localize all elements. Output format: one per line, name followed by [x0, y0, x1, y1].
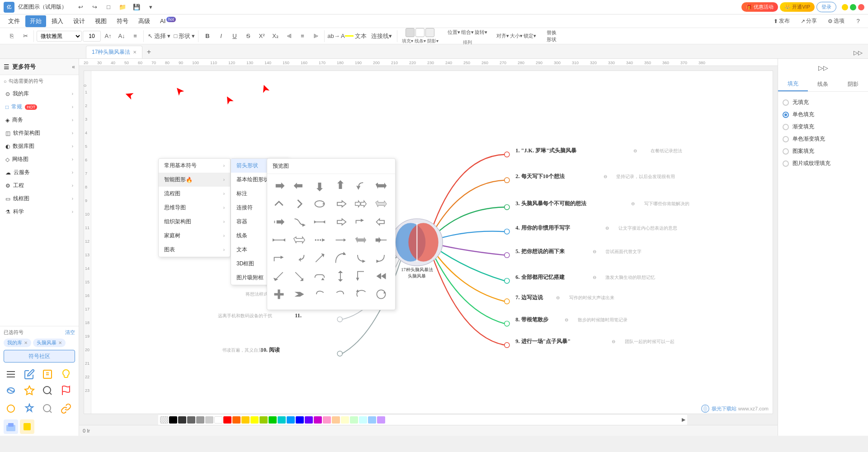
align-center-btn[interactable]: ≡	[296, 30, 309, 42]
arrow-corner[interactable]	[353, 268, 369, 284]
category-wireframe[interactable]: ▭ 线框图 ›	[0, 192, 79, 205]
color-white[interactable]	[214, 416, 222, 424]
shadow-btn[interactable]	[425, 28, 434, 37]
submenu-basic[interactable]: 常用基本符号 ›	[159, 159, 230, 173]
menu-symbol[interactable]: 符号	[112, 15, 133, 27]
bold-btn[interactable]: B	[201, 30, 214, 42]
text-btn[interactable]: 文本	[354, 30, 367, 42]
color-dark-blue[interactable]	[296, 416, 304, 424]
submenu-org[interactable]: 组织架构图 ›	[159, 215, 230, 229]
color-teal[interactable]	[278, 416, 286, 424]
fill-option-single-gradient[interactable]: 单色渐变填充	[783, 133, 863, 145]
clear-selected-btn[interactable]: 清空	[65, 329, 75, 336]
color-magenta[interactable]	[314, 416, 322, 424]
icon-bulb[interactable]	[59, 367, 73, 381]
arrow-s-curve[interactable]	[291, 214, 307, 230]
menu-file[interactable]: 文件	[4, 15, 24, 27]
arrow-bidirect[interactable]	[311, 214, 328, 230]
fill-color-btn[interactable]	[406, 28, 415, 37]
arrow-curve[interactable]	[332, 250, 349, 266]
underline-btn[interactable]: U	[228, 30, 241, 42]
superscript-btn[interactable]: X²	[255, 30, 268, 42]
arrow-left[interactable]	[291, 178, 307, 194]
category-network[interactable]: ◇ 网络图 ›	[0, 153, 79, 166]
color-yellow[interactable]	[250, 416, 259, 424]
align-right-btn[interactable]: ⫸	[310, 30, 322, 42]
rp-tab-fill[interactable]: 填充	[778, 77, 808, 91]
arrow-right[interactable]	[271, 178, 287, 194]
arrow-rewind[interactable]	[373, 268, 389, 284]
arrow-bar-right[interactable]	[271, 214, 287, 230]
arrow-right-outline[interactable]	[332, 214, 349, 230]
color-none[interactable]	[160, 416, 168, 424]
add-tab-btn[interactable]: +	[142, 46, 155, 58]
color-light-cyan[interactable]	[359, 416, 367, 424]
arrow-notch[interactable]	[291, 286, 307, 302]
paste-btn[interactable]: ⎘	[5, 30, 18, 42]
text-color-btn[interactable]: A	[341, 30, 354, 42]
submenu-flow[interactable]: 流程图 ›	[159, 187, 230, 201]
icon-circle[interactable]	[4, 401, 18, 416]
help-button[interactable]: ?	[852, 15, 864, 27]
text-dir-btn[interactable]: ab→	[327, 30, 340, 42]
menu-design[interactable]: 设计	[69, 15, 90, 27]
arrow-oval[interactable]	[311, 196, 328, 212]
panel-toggle-btn[interactable]: ▷▷	[852, 47, 864, 58]
arrow-outline[interactable]	[332, 196, 349, 212]
arrow-back[interactable]	[291, 250, 307, 266]
arrow-long[interactable]	[332, 232, 349, 248]
fill-option-gradient[interactable]: 渐变填充	[783, 121, 863, 133]
category-science[interactable]: ⚗ 科学 ›	[0, 205, 79, 218]
settings-button[interactable]: ⚙选项	[824, 15, 848, 27]
arrow-l-right[interactable]	[271, 250, 287, 266]
login-button[interactable]: 登录	[816, 2, 836, 12]
menu-ai[interactable]: AIhot	[156, 15, 180, 26]
open-button[interactable]: 📁	[116, 1, 129, 13]
arrow-expand[interactable]	[311, 268, 328, 284]
color-pink[interactable]	[323, 416, 331, 424]
lock-btn[interactable]: 锁定▾	[524, 30, 536, 42]
icon-brain[interactable]	[4, 383, 18, 398]
shape-btn[interactable]: □ 形状 ▾	[173, 30, 196, 42]
fill-option-solid[interactable]: 单色填充	[783, 108, 863, 121]
arrow-dots[interactable]	[311, 232, 328, 248]
color-purple[interactable]	[305, 416, 313, 424]
rp-tab-line[interactable]: 线条	[808, 77, 838, 91]
color-black[interactable]	[169, 416, 177, 424]
icon-flag[interactable]	[59, 383, 73, 398]
rp-expand-btn[interactable]: ▷▷	[817, 62, 830, 74]
color-blue[interactable]	[287, 416, 295, 424]
arrow-double-outline[interactable]	[353, 196, 369, 212]
category-engineering[interactable]: ⚙ 工程 ›	[0, 179, 79, 192]
color-red[interactable]	[223, 416, 231, 424]
arrow-rotate-left[interactable]	[332, 286, 349, 302]
arrow-chevron-up[interactable]	[271, 196, 287, 212]
submenu-chart[interactable]: 图表 ›	[159, 243, 230, 257]
arrow-left2[interactable]	[373, 214, 389, 230]
arrow-rotate-right[interactable]	[311, 286, 328, 302]
share-button[interactable]: ↗分享	[797, 15, 821, 27]
arrow-down-right[interactable]	[291, 268, 307, 284]
category-software[interactable]: ◫ 软件架构图 ›	[0, 127, 79, 140]
collapse-btn[interactable]: «	[72, 64, 75, 70]
arrow-flip[interactable]	[332, 268, 349, 284]
strikethrough-btn[interactable]: S	[242, 30, 255, 42]
submenu-mindmap[interactable]: 思维导图 ›	[159, 201, 230, 215]
arrow-double[interactable]	[373, 178, 389, 194]
arrow-up[interactable]	[332, 178, 349, 194]
rotate-btn[interactable]: 旋转▾	[475, 27, 487, 38]
connector-btn[interactable]: 连接线 ▾	[368, 30, 395, 42]
fill-option-none[interactable]: 无填充	[783, 96, 863, 108]
arrow-double2[interactable]	[291, 232, 307, 248]
arrow-right-left[interactable]	[373, 232, 389, 248]
font-family-select[interactable]: 微软雅黑	[37, 31, 82, 42]
close-button[interactable]	[858, 4, 864, 10]
subscript-btn[interactable]: X₂	[269, 30, 282, 42]
submenu-family[interactable]: 家庭树 ›	[159, 229, 230, 243]
icon-magnify[interactable]	[40, 401, 55, 416]
color-peach[interactable]	[332, 416, 340, 424]
icon-pin[interactable]	[22, 401, 37, 416]
arrow-elbow[interactable]	[353, 214, 369, 230]
icon-link[interactable]	[59, 401, 73, 416]
menu-insert[interactable]: 插入	[47, 15, 68, 27]
